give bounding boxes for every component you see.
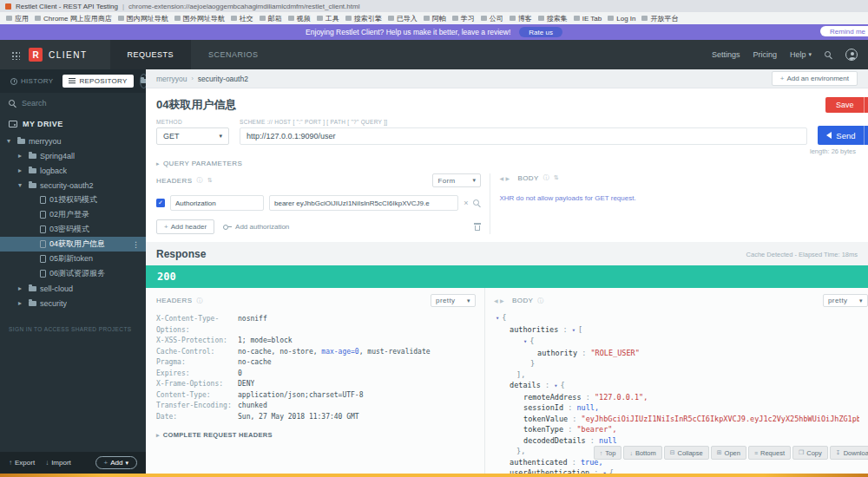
- tree-item[interactable]: 01授权码模式 ⋮: [0, 193, 146, 207]
- bookmark-item[interactable]: 已导入: [388, 14, 418, 23]
- response-toolbar-button[interactable]: ⊟ Collapse: [664, 446, 709, 460]
- bookmark-item[interactable]: 社交: [231, 14, 253, 23]
- response-toolbar-button[interactable]: ↓ Bottom: [623, 446, 661, 460]
- bookmark-item[interactable]: 应用: [6, 14, 29, 23]
- info-icon[interactable]: ⓘ: [196, 297, 202, 305]
- sort-icon[interactable]: ⇅: [207, 177, 213, 184]
- body-format-select[interactable]: pretty ▾: [823, 294, 868, 307]
- search-icon[interactable]: [473, 199, 481, 207]
- user-avatar[interactable]: [845, 49, 858, 61]
- apps-grid-icon[interactable]: [10, 50, 20, 60]
- tree-item[interactable]: logback ⋮: [0, 163, 146, 178]
- chevron-left-icon[interactable]: ◀: [499, 175, 503, 181]
- method-select[interactable]: GET ▾: [156, 127, 229, 145]
- response-toolbar-button[interactable]: ⊞ Open: [711, 446, 746, 460]
- tree-item[interactable]: sell-cloud ⋮: [0, 281, 146, 296]
- tab-history[interactable]: HISTORY: [7, 75, 56, 88]
- collapse-toggle-icon[interactable]: ▾: [554, 382, 557, 389]
- send-button[interactable]: Send ▾: [818, 126, 868, 145]
- response-toolbar-button[interactable]: ↑ Top: [594, 446, 622, 460]
- complete-request-headers-toggle[interactable]: ▸ COMPLETE REQUEST HEADERS: [156, 431, 476, 439]
- url-input[interactable]: [247, 132, 800, 140]
- form-mode-select[interactable]: Form ▾: [432, 173, 481, 187]
- bookmark-item[interactable]: 阿帕: [424, 14, 446, 23]
- address-bar[interactable]: chrome-extension://aejoelaoggembcahagimd…: [128, 3, 863, 10]
- info-icon[interactable]: ⓘ: [543, 173, 549, 182]
- add-button[interactable]: + Add ▾: [95, 456, 137, 469]
- tree-item[interactable]: 06测试资源服务 ⋮: [0, 266, 146, 281]
- tab-scenarios[interactable]: SCENARIOS: [191, 40, 276, 69]
- bookmark-item[interactable]: Chrome 网上应用商店: [35, 14, 112, 23]
- expand-arrow-icon[interactable]: [18, 181, 25, 189]
- bookmark-item[interactable]: Log In: [608, 15, 635, 23]
- bookmark-item[interactable]: 博客: [510, 14, 532, 23]
- pricing-link[interactable]: Pricing: [753, 50, 777, 59]
- bookmark-item[interactable]: 工具: [317, 14, 339, 23]
- chevron-down-icon[interactable]: ▾: [864, 126, 868, 145]
- export-button[interactable]: ↑ Export: [9, 459, 35, 467]
- bookmark-item[interactable]: 搜索集: [538, 14, 568, 23]
- add-header-button[interactable]: + Add header: [156, 219, 214, 234]
- collapse-toggle-icon[interactable]: ▾: [572, 327, 575, 334]
- search-icon[interactable]: [825, 51, 832, 59]
- search-input[interactable]: [22, 99, 117, 108]
- collapse-toggle-icon[interactable]: ▾: [523, 338, 527, 345]
- tree-item[interactable]: 05刷新token ⋮: [0, 252, 146, 266]
- my-drive-row[interactable]: MY DRIVE: [0, 114, 146, 134]
- header-value-input[interactable]: [274, 199, 453, 207]
- delete-all-headers-icon[interactable]: [474, 223, 481, 231]
- remove-header-icon[interactable]: ×: [464, 199, 468, 207]
- sort-icon[interactable]: ⇅: [554, 174, 559, 181]
- bookmark-item[interactable]: 视频: [288, 14, 311, 23]
- bookmark-item[interactable]: 开放平台: [641, 14, 678, 23]
- chevron-left-icon[interactable]: ◀: [494, 297, 498, 304]
- expand-arrow-icon[interactable]: [7, 137, 14, 145]
- save-button[interactable]: Save ▾: [825, 97, 868, 113]
- rate-us-button[interactable]: Rate us: [519, 27, 562, 37]
- tree-item[interactable]: Spring4all ⋮: [0, 148, 146, 163]
- query-parameters-toggle[interactable]: ▸ QUERY PARAMETERS: [156, 157, 868, 173]
- add-environment-button[interactable]: + Add an environment: [772, 71, 858, 86]
- response-toolbar-button[interactable]: ≡ Request: [748, 446, 791, 460]
- collapse-toggle-icon[interactable]: ▾: [603, 470, 607, 474]
- tree-item[interactable]: 02用户登录 ⋮: [0, 207, 146, 222]
- chevron-right-icon[interactable]: ▶: [505, 175, 510, 181]
- tree-item[interactable]: security-oauth2 ⋮: [0, 178, 146, 193]
- bookmark-item[interactable]: 公司: [481, 14, 503, 23]
- info-icon[interactable]: ⓘ: [196, 176, 202, 185]
- response-toolbar-button[interactable]: ❐ Copy: [792, 446, 828, 460]
- bookmark-item[interactable]: 邮箱: [260, 14, 282, 23]
- headers-format-select[interactable]: pretty ▾: [431, 294, 476, 307]
- help-menu[interactable]: Help ▾: [790, 50, 812, 59]
- settings-link[interactable]: Settings: [712, 50, 740, 59]
- info-icon[interactable]: ⓘ: [537, 297, 543, 305]
- bookmark-item[interactable]: 国外网址导航: [174, 14, 225, 23]
- bookmark-item[interactable]: IE Tab: [574, 15, 602, 23]
- tree-item[interactable]: 04获取用户信息 ⋮: [0, 237, 146, 252]
- bookmark-item[interactable]: 学习: [452, 14, 475, 23]
- pane-resize-icons[interactable]: ◀ ▶: [494, 297, 504, 304]
- pane-resize-icons[interactable]: ◀ ▶: [499, 175, 510, 181]
- tree-item[interactable]: merryyou ⋮: [0, 134, 146, 148]
- bookmark-item[interactable]: 国内网址导航: [118, 14, 168, 23]
- chevron-right-icon[interactable]: ▶: [500, 297, 504, 304]
- header-name-input[interactable]: [175, 199, 259, 207]
- expand-arrow-icon[interactable]: [18, 152, 25, 160]
- collapse-toggle-icon[interactable]: ▾: [496, 315, 499, 322]
- chevron-down-icon[interactable]: ▾: [864, 97, 868, 113]
- response-toolbar-button[interactable]: ↧ Download: [830, 446, 868, 460]
- more-options-icon[interactable]: ⋮: [132, 240, 146, 249]
- breadcrumb-folder[interactable]: security-oauth2: [198, 75, 248, 83]
- tab-requests[interactable]: REQUESTS: [110, 40, 192, 69]
- import-button[interactable]: ↓ Import: [45, 459, 71, 467]
- header-enabled-checkbox[interactable]: ✓: [156, 199, 165, 207]
- expand-arrow-icon[interactable]: [18, 284, 25, 292]
- browser-tab-title[interactable]: Restlet Client - REST API Testing: [16, 3, 118, 10]
- tree-item[interactable]: 03密码模式 ⋮: [0, 222, 146, 237]
- bookmark-item[interactable]: 搜索引擎: [345, 14, 382, 23]
- tree-item[interactable]: security ⋮: [0, 296, 146, 310]
- breadcrumb-project[interactable]: merryyou: [156, 75, 187, 83]
- add-authorization-link[interactable]: Add authorization: [223, 223, 289, 231]
- expand-arrow-icon[interactable]: [18, 299, 25, 307]
- remind-me-button[interactable]: Remind me: [820, 26, 868, 36]
